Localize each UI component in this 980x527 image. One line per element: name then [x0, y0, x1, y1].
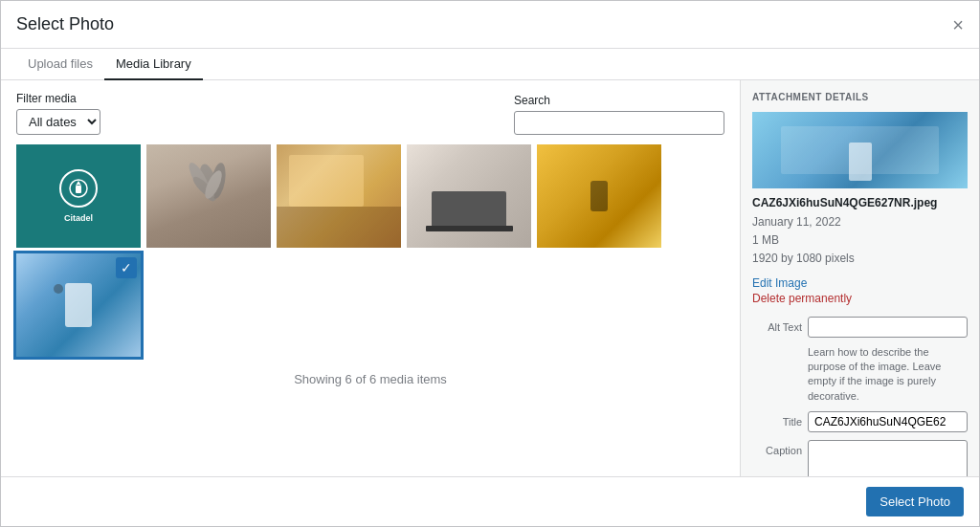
caption-field-row: Caption	[752, 440, 968, 476]
media-count: Showing 6 of 6 media items	[16, 372, 724, 386]
close-button[interactable]: ×	[952, 15, 964, 48]
attachment-meta: January 11, 2022 1 MB 1920 by 1080 pixel…	[752, 213, 968, 269]
media-item[interactable]: ✓	[16, 253, 141, 357]
search-section: Search	[514, 94, 724, 135]
citadel-label: Citadel	[64, 213, 93, 223]
alt-text-field-row: Alt Text	[752, 317, 968, 338]
title-label: Title	[752, 411, 802, 428]
attachment-dimensions: 1920 by 1080 pixels	[752, 252, 855, 265]
modal-body: Filter media All dates Search	[1, 80, 979, 476]
attachment-details-title: ATTACHMENT DETAILS	[752, 92, 968, 102]
alt-text-label: Alt Text	[752, 317, 802, 333]
filter-label: Filter media	[16, 92, 100, 105]
media-item[interactable]	[277, 144, 401, 248]
svg-rect-0	[76, 186, 81, 193]
attachment-details-sidebar: ATTACHMENT DETAILS CAZ6JXi6huSuN4QGE627N…	[740, 80, 979, 476]
title-field-row: Title CAZ6JXi6huSuN4QGE62	[752, 411, 968, 432]
media-area: Filter media All dates Search	[1, 80, 740, 476]
date-filter-select[interactable]: All dates	[16, 109, 100, 135]
alt-text-help: Learn how to describe the purpose of the…	[808, 345, 968, 405]
select-photo-modal: Select Photo × Upload files Media Librar…	[0, 0, 980, 527]
select-photo-button[interactable]: Select Photo	[866, 487, 964, 516]
alt-text-input[interactable]	[808, 317, 968, 338]
tab-media-library[interactable]: Media Library	[104, 49, 203, 80]
media-item[interactable]	[537, 144, 661, 248]
modal-header: Select Photo ×	[1, 1, 979, 49]
attachment-size: 1 MB	[752, 233, 779, 247]
tabs-bar: Upload files Media Library	[1, 49, 979, 80]
media-item[interactable]	[407, 144, 531, 248]
edit-image-link[interactable]: Edit Image	[752, 276, 968, 290]
caption-label: Caption	[752, 440, 802, 456]
media-grid: Citadel	[16, 144, 724, 357]
modal-footer: Select Photo	[1, 476, 979, 526]
attachment-preview	[752, 112, 968, 188]
sidebar-inner: ATTACHMENT DETAILS CAZ6JXi6huSuN4QGE627N…	[741, 80, 979, 476]
filter-section: Filter media All dates	[16, 92, 100, 135]
media-item[interactable]	[146, 144, 271, 248]
citadel-logo-icon	[59, 169, 98, 208]
media-item[interactable]: Citadel	[16, 144, 141, 248]
title-input[interactable]: CAZ6JXi6huSuN4QGE62	[808, 411, 968, 432]
selected-check: ✓	[116, 257, 137, 278]
modal-title: Select Photo	[16, 14, 114, 48]
delete-permanently-link[interactable]: Delete permanently	[752, 292, 968, 305]
attachment-filename: CAZ6JXi6huSuN4QGE627NR.jpeg	[752, 196, 968, 209]
search-label: Search	[514, 94, 724, 107]
tab-upload[interactable]: Upload files	[16, 49, 104, 80]
attachment-date: January 11, 2022	[752, 215, 841, 229]
caption-textarea[interactable]	[808, 440, 968, 476]
toolbar: Filter media All dates Search	[16, 92, 724, 135]
search-input[interactable]	[514, 111, 724, 135]
